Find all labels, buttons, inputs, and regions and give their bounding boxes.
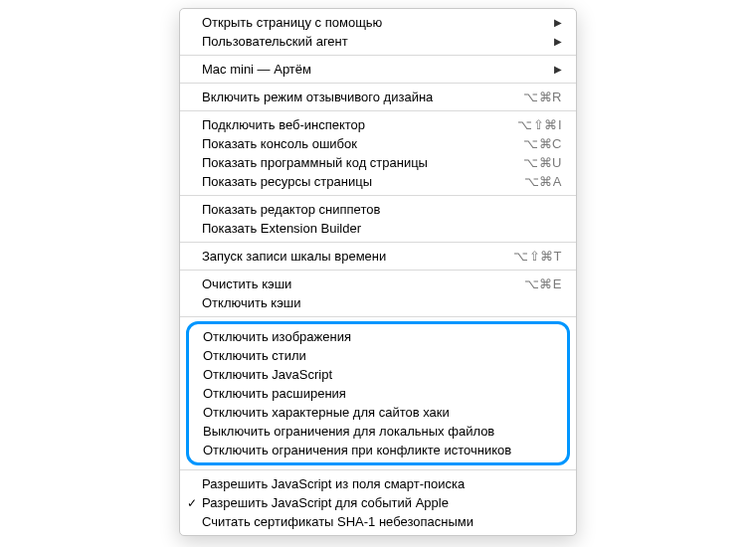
submenu-arrow-icon: ▶ xyxy=(554,36,562,47)
menu-separator xyxy=(180,316,576,317)
menu-item-snippet-editor[interactable]: Показать редактор сниппетов xyxy=(180,200,576,219)
menu-shortcut: ⌥⌘R xyxy=(523,90,562,104)
menu-separator xyxy=(180,469,576,470)
menu-separator xyxy=(180,242,576,243)
menu-item-label: Mac mini — Артём xyxy=(202,62,546,77)
menu-item-label: Открыть страницу с помощью xyxy=(202,15,546,30)
menu-item-disable-local-file-restrictions[interactable]: Выключить ограничения для локальных файл… xyxy=(189,422,567,441)
menu-shortcut: ⌥⌘C xyxy=(523,136,562,151)
menu-item-web-inspector[interactable]: Подключить веб-инспектор ⌥⇧⌘I xyxy=(180,115,576,134)
menu-item-disable-styles[interactable]: Отключить стили xyxy=(189,346,567,365)
menu-item-open-with[interactable]: Открыть страницу с помощью ▶ xyxy=(180,13,576,32)
menu-item-extension-builder[interactable]: Показать Extension Builder xyxy=(180,219,576,238)
menu-item-label: Показать Extension Builder xyxy=(202,221,562,236)
menu-item-disable-cross-origin-restrictions[interactable]: Отключить ограничения при конфликте исто… xyxy=(189,441,567,459)
menu-item-label: Отключить стили xyxy=(203,348,553,363)
menu-separator xyxy=(180,55,576,56)
menu-item-disable-caches[interactable]: Отключить кэши xyxy=(180,293,576,312)
menu-item-label: Запуск записи шкалы времени xyxy=(202,249,513,264)
menu-shortcut: ⌥⌘A xyxy=(524,174,562,189)
menu-shortcut: ⌥⇧⌘I xyxy=(517,117,562,132)
menu-item-page-source[interactable]: Показать программный код страницы ⌥⌘U xyxy=(180,153,576,172)
menu-item-sha1-insecure[interactable]: Считать сертификаты SHA-1 небезопасными xyxy=(180,512,576,531)
menu-item-label: Отключить изображения xyxy=(203,329,553,344)
menu-item-label: Отключить расширения xyxy=(203,386,553,401)
menu-item-label: Показать консоль ошибок xyxy=(202,136,523,151)
menu-item-label: Отключить характерные для сайтов хаки xyxy=(203,405,553,420)
menu-item-label: Включить режим отзывчивого дизайна xyxy=(202,90,523,104)
menu-shortcut: ⌥⌘U xyxy=(523,155,562,170)
menu-separator xyxy=(180,270,576,271)
menu-item-label: Выключить ограничения для локальных файл… xyxy=(203,424,553,439)
menu-item-label: Отключить JavaScript xyxy=(203,367,553,382)
menu-item-label: Пользовательский агент xyxy=(202,34,546,49)
menu-item-disable-images[interactable]: Отключить изображения xyxy=(189,327,567,346)
menu-item-label: Показать ресурсы страницы xyxy=(202,174,524,189)
menu-item-disable-site-hacks[interactable]: Отключить характерные для сайтов хаки xyxy=(189,403,567,422)
menu-item-error-console[interactable]: Показать консоль ошибок ⌥⌘C xyxy=(180,134,576,153)
menu-item-label: Отключить ограничения при конфликте исто… xyxy=(203,443,553,457)
menu-separator xyxy=(180,195,576,196)
menu-item-empty-caches[interactable]: Очистить кэши ⌥⌘E xyxy=(180,274,576,293)
menu-item-label: Очистить кэши xyxy=(202,276,524,291)
menu-item-label: Разрешить JavaScript для событий Apple xyxy=(202,495,562,510)
submenu-arrow-icon: ▶ xyxy=(554,17,562,28)
menu-item-timeline-recording[interactable]: Запуск записи шкалы времени ⌥⇧⌘T xyxy=(180,247,576,266)
menu-item-responsive-design[interactable]: Включить режим отзывчивого дизайна ⌥⌘R xyxy=(180,88,576,106)
checkmark-icon: ✓ xyxy=(187,496,197,510)
menu-item-label: Считать сертификаты SHA-1 небезопасными xyxy=(202,514,562,529)
menu-item-mac-mini[interactable]: Mac mini — Артём ▶ xyxy=(180,60,576,79)
menu-item-label: Показать редактор сниппетов xyxy=(202,202,562,217)
menu-shortcut: ⌥⇧⌘T xyxy=(513,249,562,264)
menu-item-label: Разрешить JavaScript из поля смарт-поиск… xyxy=(202,476,562,491)
context-menu: Открыть страницу с помощью ▶ Пользовател… xyxy=(179,8,577,536)
menu-item-page-resources[interactable]: Показать ресурсы страницы ⌥⌘A xyxy=(180,172,576,191)
menu-separator xyxy=(180,83,576,84)
menu-shortcut: ⌥⌘E xyxy=(524,276,562,291)
menu-item-allow-js-apple-events[interactable]: ✓ Разрешить JavaScript для событий Apple xyxy=(180,493,576,512)
menu-item-allow-js-smart-search[interactable]: Разрешить JavaScript из поля смарт-поиск… xyxy=(180,474,576,493)
menu-item-user-agent[interactable]: Пользовательский агент ▶ xyxy=(180,32,576,51)
menu-item-disable-javascript[interactable]: Отключить JavaScript xyxy=(189,365,567,384)
menu-item-label: Отключить кэши xyxy=(202,295,562,310)
menu-item-label: Подключить веб-инспектор xyxy=(202,117,517,132)
highlighted-menu-group: Отключить изображения Отключить стили От… xyxy=(186,321,570,465)
menu-separator xyxy=(180,110,576,111)
submenu-arrow-icon: ▶ xyxy=(554,64,562,75)
menu-item-label: Показать программный код страницы xyxy=(202,155,523,170)
menu-item-disable-extensions[interactable]: Отключить расширения xyxy=(189,384,567,403)
